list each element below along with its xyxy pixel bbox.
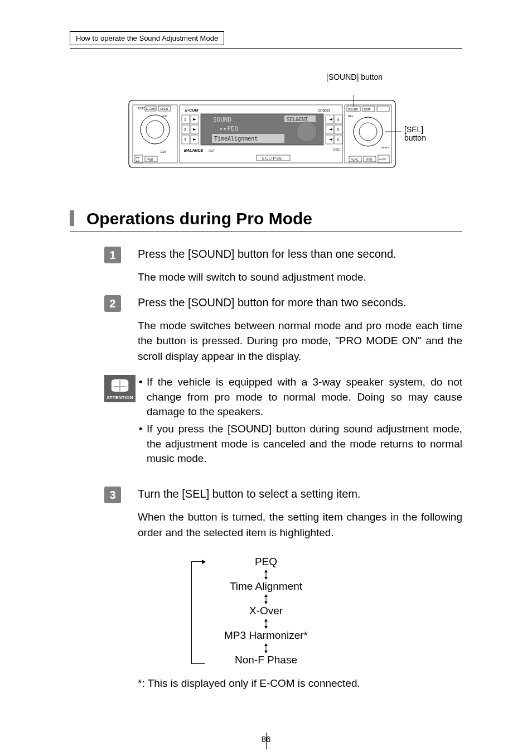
sound-button-label: [SOUND] button	[326, 73, 383, 81]
svg-text:DISP: DISP	[364, 108, 371, 111]
svg-text:DISC: DISC	[138, 107, 145, 110]
step-number-2: 2	[104, 295, 121, 312]
updown-arrow-icon	[205, 594, 327, 605]
updown-arrow-icon	[205, 618, 327, 629]
svg-text:RESET: RESET	[381, 146, 389, 149]
header-rule	[70, 48, 462, 49]
svg-text:OUT: OUT	[209, 149, 215, 152]
flow-item-time-alignment: Time Alignment	[205, 580, 327, 594]
flow-item-peq: PEQ	[205, 556, 327, 569]
attention-badge: ATTENTION	[104, 375, 136, 402]
svg-marker-82	[264, 626, 268, 629]
svg-marker-78	[264, 594, 268, 597]
svg-text:3: 3	[184, 138, 186, 142]
svg-text:SOUND: SOUND	[348, 108, 358, 111]
flow-item-nonf-phase: Non-F Phase	[205, 654, 327, 667]
svg-text:E-COM: E-COM	[185, 108, 199, 112]
svg-marker-85	[264, 651, 268, 653]
svg-text:OPEN: OPEN	[160, 107, 168, 110]
sel-label-line1: [SEL]	[404, 125, 423, 134]
step-3-body: When the button is turned, the setting i…	[138, 509, 462, 540]
svg-marker-76	[264, 577, 268, 580]
step-3: 3 Turn the [SEL] button to select a sett…	[70, 488, 462, 540]
attention-block: ATTENTION If the vehicle is equipped wit…	[104, 375, 462, 475]
svg-point-63	[359, 123, 377, 141]
step-number-3: 3	[104, 487, 121, 503]
step-1-head: Press the [SOUND] button for less than o…	[138, 248, 462, 261]
flow-diagram: PEQ Time Alignment X-Over MP3 Harmonizer…	[205, 556, 327, 667]
sel-label-line2: button	[404, 133, 426, 142]
svg-marker-84	[264, 643, 268, 646]
svg-text:RTN: RTN	[366, 158, 373, 161]
svg-marker-81	[264, 619, 268, 622]
page-number-rule	[266, 733, 267, 749]
lcd-line1: SOUND	[213, 116, 231, 123]
svg-text:AM: AM	[136, 160, 139, 162]
svg-marker-79	[264, 601, 268, 604]
flow-bracket	[191, 561, 205, 664]
svg-text:ESN: ESN	[161, 150, 167, 153]
step-2-head: Press the [SOUND] button for more than t…	[138, 296, 462, 309]
sel-button-label: [SEL] button	[404, 126, 426, 143]
svg-point-37	[297, 122, 317, 142]
svg-text:6: 6	[337, 138, 339, 142]
updown-arrow-icon	[205, 569, 327, 580]
step-2: 2 Press the [SOUND] button for more than…	[70, 296, 462, 364]
svg-text:BALANCE: BALANCE	[184, 148, 204, 152]
attention-item-2: If you press the [SOUND] button during s…	[139, 422, 462, 466]
svg-text:4: 4	[337, 118, 339, 122]
flow-item-mp3-harmonizer: MP3 Harmonizer*	[205, 629, 327, 643]
svg-text:SEL&ENT: SEL&ENT	[287, 117, 308, 122]
flow-item-xover: X-Over	[205, 605, 327, 618]
svg-point-3	[146, 121, 164, 138]
attention-label: ATTENTION	[104, 395, 136, 400]
section-heading: Operations during Pro Mode	[70, 209, 462, 232]
breadcrumb: How to operate the Sound Adjustment Mode	[70, 31, 224, 45]
svg-text:5: 5	[337, 128, 339, 132]
attention-list: If the vehicle is equipped with a 3-way …	[139, 375, 462, 466]
svg-text:1: 1	[184, 118, 186, 122]
step-2-body: The mode switches between normal mode an…	[138, 318, 462, 364]
svg-text:FM: FM	[136, 156, 139, 159]
step-number-1: 1	[104, 247, 121, 263]
svg-text:SEL: SEL	[348, 114, 354, 118]
stereo-illustration: DISC E-COM OPEN VOL FM AM PWR ESN E-COM …	[128, 95, 402, 173]
step-1-body: The mode will switch to sound adjustment…	[138, 269, 462, 285]
updown-arrow-icon	[205, 643, 327, 654]
svg-text:FUNC: FUNC	[351, 158, 359, 161]
svg-text:ECLIPSE: ECLIPSE	[262, 156, 283, 160]
svg-text:AUDIO: AUDIO	[379, 158, 386, 161]
footnote: *: This is displayed only if E-COM is co…	[138, 677, 462, 690]
svg-text:PWR: PWR	[147, 158, 153, 161]
book-icon	[109, 378, 130, 394]
svg-text:CD8053: CD8053	[318, 109, 331, 112]
step-3-head: Turn the [SEL] button to select a settin…	[138, 488, 462, 500]
attention-item-1: If the vehicle is equipped with a 3-way …	[139, 375, 462, 420]
svg-text:DISC: DISC	[333, 148, 340, 151]
svg-text:▸▸PEQ: ▸▸PEQ	[220, 125, 238, 132]
svg-text:2: 2	[184, 128, 186, 132]
svg-marker-75	[264, 570, 268, 572]
step-1: 1 Press the [SOUND] button for less than…	[70, 248, 462, 285]
arrow-right-icon	[202, 560, 206, 564]
svg-text:E-COM: E-COM	[146, 107, 156, 110]
svg-text:VOL: VOL	[162, 114, 167, 118]
svg-text:TimeAlignment: TimeAlignment	[214, 136, 258, 142]
